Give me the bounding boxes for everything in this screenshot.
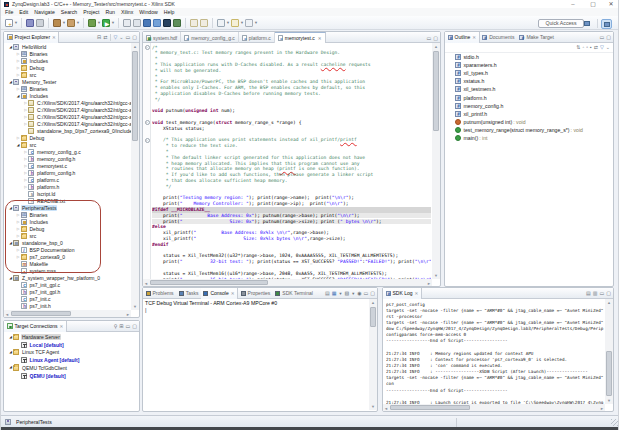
tab-make-target[interactable]: Make Target xyxy=(517,32,556,43)
console-maximize-icon[interactable]: ▢ xyxy=(370,289,375,298)
outline-item-putnum-unsigned-int-[interactable]: putnum(unsigned int) : void xyxy=(455,118,613,126)
outline-item-platform-h[interactable]: platform.h xyxy=(455,94,613,102)
tree-item-binaries[interactable]: ▷Binaries xyxy=(16,51,132,58)
close-icon[interactable]: ✕ xyxy=(415,291,419,296)
tree-item-makefile[interactable]: mMakefile xyxy=(16,261,132,268)
expand-arrow-icon[interactable]: ▷ xyxy=(16,233,21,240)
outline-item-xil-types-h[interactable]: xil_types.h xyxy=(455,70,613,78)
menu-help[interactable]: Help xyxy=(164,9,175,15)
cpp-perspective-icon[interactable] xyxy=(601,19,612,29)
outline-item-memory-config-h[interactable]: memory_config.h xyxy=(455,102,613,110)
maximize-view-icon[interactable]: ▢ xyxy=(606,33,611,42)
target-minimize-icon[interactable]: ▭ xyxy=(126,322,131,331)
explorer-hscrollbar[interactable]: ◄ ► xyxy=(4,310,131,317)
explorer-maximize-icon[interactable]: ▢ xyxy=(132,33,137,42)
outline-item-main-[interactable]: main() : int xyxy=(455,134,613,142)
tree-item-lscript-ld[interactable]: slscript.ld xyxy=(23,191,131,198)
last-edit-icon[interactable] xyxy=(245,19,253,27)
open-perspective-icon[interactable] xyxy=(582,19,593,29)
menu-search[interactable]: Search xyxy=(61,9,77,15)
explorer-collapse-all-icon[interactable]: ⊟ xyxy=(97,33,101,42)
close-tab-icon[interactable]: ✕ xyxy=(318,36,322,41)
menu-xilinx[interactable]: Xilinx xyxy=(121,9,133,15)
tab-sdk-log[interactable]: SDK Log ✕ xyxy=(383,288,422,299)
target-maximize-icon[interactable]: ▢ xyxy=(132,322,137,331)
tree-item-c-xilinx-sdk-2017-4-gnu-aarch32-nt-gcc-arm[interactable]: ▷C:/Xilinx/SDK/2017.4/gnu/aarch32/nt/gcc… xyxy=(23,121,131,128)
explorer-link-editor-icon[interactable]: ⇄ xyxy=(103,33,107,42)
editor-hscrollbar[interactable]: ◄ ► xyxy=(143,279,432,286)
tree-item-c-xilinx-sdk-2017-4-gnu-aarch32-nt-gcc-arm[interactable]: ▷C:/Xilinx/SDK/2017.4/gnu/aarch32/nt/gcc… xyxy=(23,114,131,121)
tab-project-explorer[interactable]: Project Explorer ✕ xyxy=(4,32,59,43)
expand-arrow-icon[interactable]: ▷ xyxy=(16,65,21,72)
sdk-window-icon[interactable] xyxy=(133,19,141,27)
tree-item-bsp-documentation[interactable]: ▷BSP Documentation xyxy=(16,247,132,254)
tree-item-peripheraltests[interactable]: ◢PeripheralTests xyxy=(8,205,131,212)
explorer-filter-icon[interactable]: ▽ xyxy=(113,33,117,42)
close-icon[interactable]: ✕ xyxy=(60,324,64,329)
outline-item-xil-testmem-h[interactable]: xil_testmem.h xyxy=(455,86,613,94)
dropdown-arrow-icon[interactable]: ▼ xyxy=(76,19,80,27)
explorer-minimize-icon[interactable]: ▭ xyxy=(126,33,131,42)
minimize-view-icon[interactable]: ▭ xyxy=(600,33,605,42)
tab-documents[interactable]: Documents xyxy=(480,32,517,43)
tab-outline[interactable]: Outline✕ xyxy=(445,32,480,43)
expand-arrow-icon[interactable]: ▷ xyxy=(16,135,21,142)
minimize-button[interactable]: – xyxy=(566,0,580,8)
maximize-view-icon[interactable]: ▢ xyxy=(433,34,438,43)
tree-item-ps7-init-gpl-c[interactable]: cps7_init_gpl.c xyxy=(16,282,132,289)
tree-item-ps7-cortexa9-0[interactable]: ▷ps7_cortexa9_0 xyxy=(16,254,132,261)
fold-marker-icon[interactable]: − xyxy=(145,45,150,50)
target-connect-icon[interactable]: ⚲ xyxy=(114,322,118,331)
explorer-view-menu-icon[interactable]: ⌄ xyxy=(119,33,123,42)
tree-item-platform-config-h[interactable]: ▷hplatform_config.h xyxy=(23,170,131,177)
mark-occurrences-icon[interactable] xyxy=(231,19,239,27)
emulation-icon[interactable] xyxy=(173,19,181,27)
tree-item-z-system-wrapper-hw-platform-0[interactable]: ◢Z_system_wrapper_hw_platform_0 xyxy=(8,275,131,282)
tree-item-ps7-init-c[interactable]: cps7_init.c xyxy=(16,296,132,303)
close-icon[interactable]: ✕ xyxy=(472,35,476,40)
tree-item-linux-tcf-agent[interactable]: ◢Linux TCF Agent xyxy=(8,349,139,356)
tree-item-memorytest-c[interactable]: ▷cmemorytest.c xyxy=(23,163,131,170)
tree-item-memory-config-h[interactable]: ▷hmemory_config.h xyxy=(23,156,131,163)
tree-item-debug[interactable]: ▷Debug xyxy=(16,226,132,233)
expand-arrow-icon[interactable]: ▷ xyxy=(16,247,21,254)
tree-item-readme-txt[interactable]: ≡README.txt xyxy=(23,198,131,205)
build-icon[interactable] xyxy=(53,19,61,27)
tree-item-memory-tester[interactable]: ◢Memory_Tester xyxy=(8,79,131,86)
sdk-log-hscrollbar[interactable]: ◄ ► xyxy=(383,404,605,411)
tree-item-local-default-[interactable]: Local [default] xyxy=(16,341,140,348)
collapse-arrow-icon[interactable]: ◢ xyxy=(16,93,21,100)
menu-run[interactable]: Run xyxy=(105,9,115,15)
close-icon[interactable]: ✕ xyxy=(52,35,56,40)
collapse-arrow-icon[interactable]: ◢ xyxy=(16,142,21,149)
editor-tab-memory-config-g-c[interactable]: cmemory_config_g.c xyxy=(181,32,239,43)
sdk-log-content[interactable]: ps7_post_configtargets -set -nocase -fil… xyxy=(386,300,605,404)
tree-item-binaries[interactable]: ▷Binaries xyxy=(16,212,132,219)
console-minimize-icon[interactable]: ▭ xyxy=(364,289,369,298)
menu-window[interactable]: Window xyxy=(139,9,157,15)
quick-access-button[interactable]: Quick Access xyxy=(538,19,584,28)
outline-item-xil-printf-h[interactable]: xil_printf.h xyxy=(455,110,613,118)
resize-grip[interactable] xyxy=(611,419,618,426)
console-clear-console-icon[interactable]: ▤ xyxy=(325,289,330,298)
run-icon[interactable]: ▶ xyxy=(102,19,110,27)
tree-item-qemu-tcfgdbclient[interactable]: ◢QEMU TcfGdbClient xyxy=(8,364,139,371)
dropdown-arrow-icon[interactable]: ▼ xyxy=(62,19,66,27)
console-vscrollbar[interactable]: ▲ ▼ xyxy=(369,299,377,410)
menu-file[interactable]: File xyxy=(5,9,13,15)
editor-vscrollbar[interactable]: ▲ ▼ xyxy=(432,43,440,279)
tree-item-binaries[interactable]: ▷Binaries xyxy=(16,86,132,93)
expand-arrow-icon[interactable]: ▷ xyxy=(16,86,21,93)
console-open-console-icon[interactable]: ▧ xyxy=(344,289,349,298)
tree-item-standalone-bsp-0-ps7-cortexa9-0-include[interactable]: standalone_bsp_0/ps7_cortexa9_0/include xyxy=(23,128,131,135)
dropdown-arrow-icon[interactable]: ▼ xyxy=(240,19,244,27)
tree-item-hardware-server[interactable]: ◢Hardware Server xyxy=(8,334,139,341)
tree-item-ps7-init-h[interactable]: hps7_init.h xyxy=(16,303,132,310)
editor-tab-platform-c[interactable]: cplatform.c xyxy=(239,32,275,43)
fold-marker-icon[interactable]: − xyxy=(145,138,150,143)
tree-item-platform-c[interactable]: ▷cplatform.c xyxy=(23,177,131,184)
sdk-log-minimize-icon[interactable]: ▭ xyxy=(600,289,605,298)
target-new-connection-icon[interactable]: ⊞ xyxy=(119,322,123,331)
menu-edit[interactable]: Edit xyxy=(19,9,28,15)
sdk-log-scroll-lock-icon[interactable]: ▥ xyxy=(593,289,598,298)
